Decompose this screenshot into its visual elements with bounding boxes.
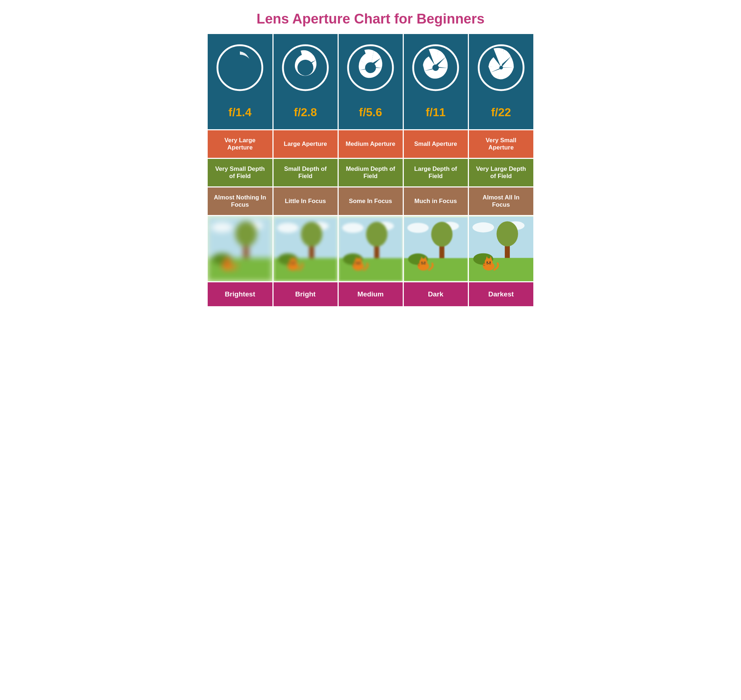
svg-point-29 xyxy=(301,222,322,247)
scene-row xyxy=(208,216,533,282)
fstop-3: f/5.6 xyxy=(338,102,403,130)
svg-point-81 xyxy=(486,261,488,263)
dof-3: Medium Depth of Field xyxy=(338,159,403,187)
fstop-row: f/1.4 f/2.8 f/5.6 f/11 f/22 xyxy=(208,102,533,130)
brightness-3: Medium xyxy=(338,282,403,307)
aperture-size-3: Medium Aperture xyxy=(338,130,403,159)
svg-point-44 xyxy=(366,222,387,247)
svg-point-56 xyxy=(407,223,428,233)
svg-point-5 xyxy=(365,62,376,73)
svg-point-66 xyxy=(421,262,423,263)
svg-point-67 xyxy=(424,262,426,263)
svg-point-3 xyxy=(298,60,313,76)
dof-2: Small Depth of Field xyxy=(273,159,338,187)
svg-point-74 xyxy=(496,221,518,246)
fstop-1: f/1.4 xyxy=(208,102,273,130)
focus-2: Little In Focus xyxy=(273,187,338,216)
scene-1 xyxy=(208,216,273,282)
brightness-5: Darkest xyxy=(468,282,533,307)
svg-point-51 xyxy=(356,262,358,263)
focus-row: Almost Nothing In Focus Little In Focus … xyxy=(208,187,533,216)
col-4-icon xyxy=(403,34,468,102)
svg-point-36 xyxy=(291,262,292,263)
svg-point-41 xyxy=(342,223,363,233)
aperture-size-1: Very Large Aperture xyxy=(208,130,273,159)
svg-point-14 xyxy=(235,221,257,246)
svg-point-22 xyxy=(228,261,230,263)
col-3-icon xyxy=(338,34,403,102)
svg-point-52 xyxy=(359,262,360,263)
aperture-size-row: Very Large Aperture Large Aperture Mediu… xyxy=(208,130,533,159)
dof-row: Very Small Depth of Field Small Depth of… xyxy=(208,159,533,187)
focus-4: Much in Focus xyxy=(403,187,468,216)
svg-point-11 xyxy=(211,222,233,232)
fstop-5: f/22 xyxy=(468,102,533,130)
svg-point-26 xyxy=(277,223,298,233)
aperture-size-5: Very Small Aperture xyxy=(468,130,533,159)
focus-1: Almost Nothing In Focus xyxy=(208,187,273,216)
svg-point-59 xyxy=(431,222,452,247)
dof-1: Very Small Depth of Field xyxy=(208,159,273,187)
svg-point-21 xyxy=(225,261,227,263)
col-2-icon xyxy=(273,34,338,102)
svg-point-1 xyxy=(227,54,253,81)
scene-4 xyxy=(403,216,468,282)
aperture-icons-row xyxy=(208,34,533,102)
dof-5: Very Large Depth of Field xyxy=(468,159,533,187)
col-5-icon xyxy=(468,34,533,102)
focus-3: Some In Focus xyxy=(338,187,403,216)
fstop-2: f/2.8 xyxy=(273,102,338,130)
brightness-1: Brightest xyxy=(208,282,273,307)
scene-5 xyxy=(468,216,533,282)
fstop-4: f/11 xyxy=(403,102,468,130)
svg-point-37 xyxy=(294,262,295,263)
svg-point-7 xyxy=(432,65,439,71)
page-title: Lens Aperture Chart for Beginners xyxy=(208,0,533,34)
svg-point-71 xyxy=(472,222,494,232)
aperture-size-2: Large Aperture xyxy=(273,130,338,159)
svg-point-9 xyxy=(499,66,503,69)
scene-3 xyxy=(338,216,403,282)
svg-point-82 xyxy=(489,261,491,263)
brightness-2: Bright xyxy=(273,282,338,307)
col-1-icon xyxy=(208,34,273,102)
focus-5: Almost All In Focus xyxy=(468,187,533,216)
dof-4: Large Depth of Field xyxy=(403,159,468,187)
aperture-size-4: Small Aperture xyxy=(403,130,468,159)
brightness-4: Dark xyxy=(403,282,468,307)
brightness-row: Brightest Bright Medium Dark Darkest xyxy=(208,282,533,307)
scene-2 xyxy=(273,216,338,282)
